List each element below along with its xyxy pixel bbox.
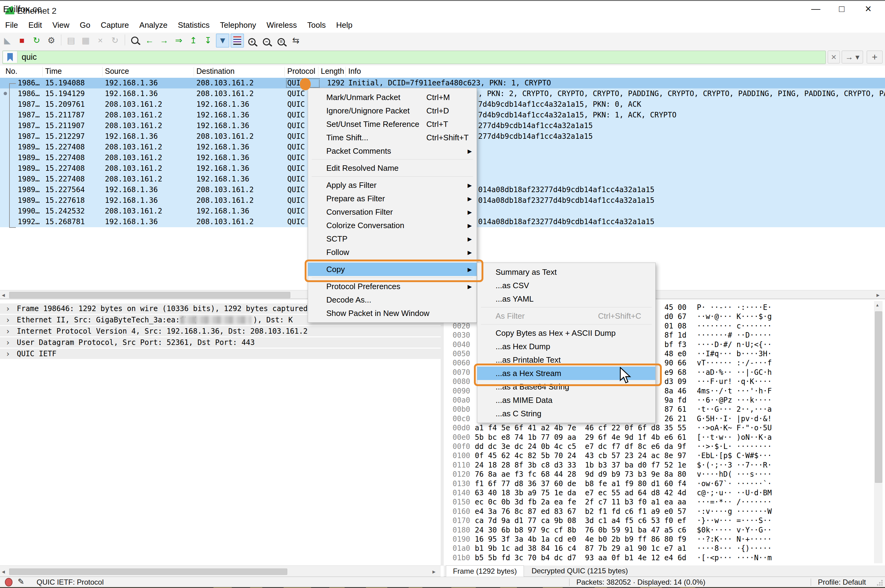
menu-item-conversation-filter[interactable]: Conversation Filter▶ [308, 205, 477, 219]
tab-decrypted-quic[interactable]: Decrypted QUIC (1215 bytes) [524, 566, 636, 576]
packet-list-header[interactable]: No.TimeSourceDestinationProtocolLengthIn… [0, 66, 885, 78]
hex-row[interactable]: 0170ca 7d 9a d1 77 ca 9b 08 3d c1 a4 f5 … [444, 516, 885, 525]
menu-item-as-c-string[interactable]: ...as C String [477, 407, 656, 420]
column-header-destination[interactable]: Destination [196, 67, 234, 76]
hex-row[interactable]: 00f0dd dc 3e dc 24 0b 4c c5 e7 dc f7 df … [444, 442, 885, 452]
menu-analyze[interactable]: Analyze [134, 18, 173, 32]
start-capture-button[interactable]: ◣ [1, 33, 14, 48]
resize-columns-button[interactable]: ⇆ [289, 33, 303, 48]
close-button[interactable]: × [858, 2, 879, 17]
column-header-protocol[interactable]: Protocol [287, 67, 315, 76]
scroll-left-icon[interactable]: ◂ [2, 291, 5, 298]
go-last-packet-button[interactable]: ↧ [201, 33, 215, 48]
hex-row[interactable]: 00d0a1 f4 5e 6f 41 a2 4b 7e 46 cf 22 0f … [444, 423, 885, 433]
hex-row[interactable]: 019016 95 3f 3a 4b 1a cd e0 4e b0 2b b9 … [444, 535, 885, 544]
packet-row[interactable]: 1986…15.194088192.168.1.36208.103.161.2Q… [0, 78, 885, 88]
menu-item-as-hex-dump[interactable]: ...as Hex Dump [477, 340, 656, 353]
menu-go[interactable]: Go [75, 18, 96, 32]
auto-scroll-toggle[interactable]: ▼ [216, 33, 230, 48]
menu-help[interactable]: Help [331, 18, 357, 32]
column-separator[interactable] [102, 67, 102, 76]
colorize-toggle[interactable] [231, 33, 244, 48]
expand-chevron-icon[interactable]: › [6, 337, 10, 348]
find-packet-button[interactable] [128, 33, 141, 48]
column-header-source[interactable]: Source [105, 67, 129, 76]
maximize-button[interactable]: □ [831, 2, 852, 17]
go-forward-button[interactable]: → [158, 33, 171, 48]
hex-row[interactable]: 01000f 45 62 4c 82 5b 70 24 43 cb 57 23 … [444, 451, 885, 460]
menu-wireless[interactable]: Wireless [261, 18, 302, 32]
zoom-in-button[interactable]: + [245, 33, 259, 48]
capture-options-button[interactable]: ⚙ [45, 33, 58, 48]
menu-item-ignore-unignore-packet[interactable]: Ignore/Unignore PacketCtrl+D [308, 104, 477, 117]
menu-item-follow[interactable]: Follow▶ [308, 246, 477, 259]
menu-item-as-yaml[interactable]: ...as YAML [477, 292, 656, 306]
hex-row[interactable]: 0150ec 0c 0b 3d fb 2a ea fe 2f c7 11 b3 … [444, 497, 885, 507]
hex-row[interactable]: 01b0b5 5b fd 3c 70 b4 dc d7 93 aa 0f b1 … [444, 553, 885, 562]
menu-item-as-mime-data[interactable]: ...as MIME Data [477, 393, 656, 407]
stop-capture-button[interactable]: ■ [15, 33, 28, 48]
menu-item-summary-as-text[interactable]: Summary as Text [477, 266, 656, 279]
menu-item-apply-as-filter[interactable]: Apply as Filter▶ [308, 178, 477, 192]
expert-info-icon[interactable] [5, 578, 12, 586]
expand-chevron-icon[interactable]: › [6, 349, 10, 359]
scroll-right-icon[interactable]: ▸ [432, 568, 435, 575]
expand-chevron-icon[interactable]: › [6, 326, 10, 336]
column-header-length[interactable]: Length [321, 67, 344, 76]
menu-view[interactable]: View [47, 18, 75, 32]
hex-row[interactable]: 018024 30 6b b8 97 9c cf 8b 76 0b 59 91 … [444, 525, 885, 535]
open-file-button[interactable]: ▤ [64, 33, 78, 48]
menu-file[interactable]: File [0, 18, 23, 32]
menu-item-edit-resolved-name[interactable]: Edit Resolved Name [308, 161, 477, 175]
menu-item-prepare-as-filter[interactable]: Prepare as Filter▶ [308, 192, 477, 205]
menu-item-copy-bytes-as-hex-ascii-dump[interactable]: Copy Bytes as Hex + ASCII Dump [477, 326, 656, 340]
save-file-button[interactable]: ▦ [79, 33, 92, 48]
profile-label[interactable]: Profile: Default [818, 577, 866, 587]
menu-item-set-unset-time-reference[interactable]: Set/Unset Time ReferenceCtrl+T [308, 117, 477, 131]
zoom-out-button[interactable]: − [260, 33, 273, 48]
filter-clear-button[interactable]: × [828, 51, 840, 63]
column-separator[interactable] [345, 67, 346, 76]
menu-item-sctp[interactable]: SCTP▶ [308, 232, 477, 246]
go-first-packet-button[interactable]: ↥ [187, 33, 200, 48]
menu-item-as-filter[interactable]: As FilterCtrl+Shift+C [477, 309, 656, 322]
menu-item-colorize-conversation[interactable]: Colorize Conversation▶ [308, 219, 477, 232]
hex-row[interactable]: 014063 40 18 3b a9 75 1e da e7 ec 55 ad … [444, 488, 885, 498]
menu-item-decode-as[interactable]: Decode As... [308, 293, 477, 306]
column-separator[interactable] [318, 67, 318, 76]
capture-comment-icon[interactable]: ✎ [18, 577, 24, 586]
reload-file-button[interactable]: ↻ [108, 33, 122, 48]
menu-capture[interactable]: Capture [96, 18, 134, 32]
hex-row[interactable]: 011024 18 28 8f 3b c8 d3 33 1b b3 37 ba … [444, 460, 885, 470]
scroll-left-icon[interactable]: ◂ [2, 568, 5, 575]
pane-splitter[interactable] [441, 299, 444, 566]
display-filter-input[interactable]: quic [3, 51, 826, 64]
go-to-packet-button[interactable]: ⇒ [172, 33, 185, 48]
menu-item-time-shift[interactable]: Time Shift...Ctrl+Shift+T [308, 131, 477, 144]
hex-row[interactable]: 00e05b bc e8 74 1b 77 09 aa 29 6f 4e 9d … [444, 433, 885, 442]
resize-grip[interactable] [876, 579, 883, 586]
detail-row[interactable]: ›User Datagram Protocol, Src Port: 52361… [0, 337, 441, 348]
expand-chevron-icon[interactable]: › [6, 303, 10, 314]
scroll-right-icon[interactable]: ▸ [876, 291, 879, 298]
menu-item-packet-comments[interactable]: Packet Comments▶ [308, 144, 477, 158]
hex-row[interactable]: 01a0b1 9b 1c ad 38 84 16 c4 87 7b 29 a1 … [444, 544, 885, 553]
menu-item-show-packet-in-new-window[interactable]: Show Packet in New Window [308, 306, 477, 320]
close-file-button[interactable]: × [94, 33, 107, 48]
expand-chevron-icon[interactable]: › [6, 315, 10, 325]
zoom-reset-button[interactable]: = [274, 33, 288, 48]
tab-frame-bytes[interactable]: Frame (1292 bytes) [446, 566, 524, 577]
filter-add-button[interactable]: + [867, 51, 882, 63]
go-back-button[interactable]: ← [143, 33, 156, 48]
detail-row[interactable]: ›Internet Protocol Version 4, Src: 192.1… [0, 326, 441, 336]
scrollbar-thumb[interactable] [9, 568, 287, 575]
details-hscrollbar[interactable]: ◂ ▸ [0, 566, 441, 577]
column-separator[interactable] [42, 67, 43, 76]
menu-tools[interactable]: Tools [302, 18, 331, 32]
scrollbar-thumb[interactable] [9, 292, 290, 298]
column-separator[interactable] [285, 67, 285, 76]
filter-bookmark-button[interactable] [3, 51, 17, 63]
column-header-time[interactable]: Time [45, 67, 62, 76]
restart-capture-button[interactable]: ↻ [30, 33, 43, 48]
hex-row[interactable]: 0130f1 6f 77 d8 36 37 60 de b8 fe a1 f9 … [444, 479, 885, 489]
